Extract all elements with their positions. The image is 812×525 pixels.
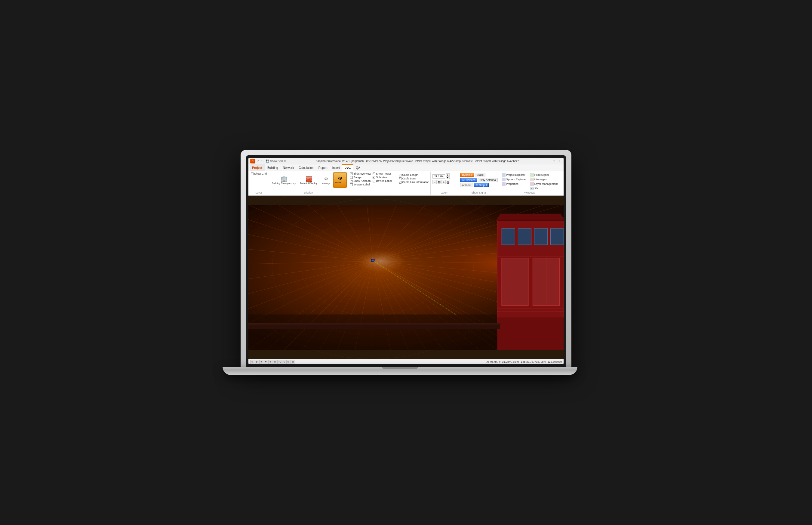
status-bar-icons: ▭ ▷ ↺ ↻ ⊕ ⊞ 🔍 🔍 ⊟ ◎	[250, 360, 295, 364]
status-icon-1[interactable]: ▭	[250, 360, 254, 364]
status-icon-4[interactable]: ↻	[264, 360, 268, 364]
tab-report[interactable]: Report	[316, 164, 330, 171]
cable-group-label	[399, 194, 429, 194]
properties-label: Properties	[506, 182, 518, 185]
cable-loss-row: Cable Loss	[399, 177, 429, 180]
status-icon-9[interactable]: ⊟	[286, 360, 291, 364]
cable-link-label: Cable Link Information	[402, 181, 429, 184]
messages-icon	[530, 178, 534, 181]
settings-button[interactable]: ⚙ Settings	[320, 172, 332, 188]
show-tile-button[interactable]: 🗺 Show Ti...	[333, 172, 347, 188]
only-antenna-btn[interactable]: Only Antenna	[478, 178, 498, 182]
tab-qa[interactable]: QA	[353, 164, 362, 171]
maximize-button[interactable]: □	[551, 159, 556, 163]
static-signal-btn[interactable]: Static	[475, 173, 485, 177]
canvas-area[interactable]	[248, 196, 564, 359]
cable-loss-label: Cable Loss	[402, 177, 416, 180]
birds-eye-view-row: Birds eye view	[350, 172, 371, 175]
sub-view-row: Sub View	[373, 176, 392, 179]
layer-management-btn[interactable]: Layer Management	[529, 182, 559, 186]
point-signal-btn[interactable]: Point Signal	[529, 173, 559, 177]
range-checkbox[interactable]	[350, 176, 353, 179]
zoom-actual-btn[interactable]: ◎	[446, 180, 450, 184]
app-logo: R	[250, 159, 255, 163]
sub-view-checkbox[interactable]	[373, 176, 375, 179]
properties-btn[interactable]: Properties	[501, 182, 527, 186]
layer-show-grid-row: Show Grid	[251, 172, 267, 175]
point-signal-label: Point Signal	[534, 174, 549, 176]
point-signal-icon	[530, 173, 534, 177]
show-power-row: Show Power	[373, 172, 392, 175]
3d-btn[interactable]: 3D 3D	[529, 186, 559, 191]
show-power-checkbox[interactable]	[373, 172, 375, 175]
status-icon-10[interactable]: ◎	[291, 360, 295, 364]
coordinates-display: X:-40.7m, Y:-31.28m, Z:0m | Lat: 37.7877…	[486, 360, 562, 363]
building-transparency-icon: 🏢	[281, 176, 287, 182]
svg-rect-83	[248, 205, 564, 350]
status-icon-5[interactable]: ⊕	[268, 360, 272, 364]
undo-button[interactable]: ↩	[256, 159, 260, 163]
redo-button[interactable]: ↪	[261, 159, 265, 163]
system-explorer-btn[interactable]: System Explorer	[501, 177, 527, 181]
status-icon-7[interactable]: 🔍	[277, 360, 281, 364]
messages-btn[interactable]: Messages	[529, 177, 559, 181]
zoom-down-button[interactable]: ▼	[446, 176, 450, 179]
birds-eye-checkbox[interactable]	[350, 172, 353, 175]
status-icon-6[interactable]: ⊞	[273, 360, 277, 364]
window-title: Ranplan Professional V6.4.1 (perpetual) …	[289, 160, 546, 163]
display-buttons-row: 🏢 Building Transparency 🧱 Material Displ…	[270, 172, 347, 188]
tab-view[interactable]: View	[342, 164, 354, 171]
show-tile-label: Show Ti...	[335, 181, 345, 184]
cable-length-checkbox[interactable]	[399, 174, 402, 176]
3d-viewport[interactable]	[248, 196, 564, 359]
material-display-button[interactable]: 🧱 Material Display	[298, 172, 319, 188]
at-input-btn[interactable]: At Input	[460, 183, 473, 187]
settings-icon: ⚙	[323, 176, 330, 182]
status-icon-2[interactable]: ▷	[255, 360, 259, 364]
tab-project[interactable]: Project	[250, 164, 265, 171]
status-bar: ▭ ▷ ↺ ↻ ⊕ ⊞ 🔍 🔍 ⊟ ◎ X:-40.7m, Y:-31.28m,…	[248, 359, 564, 364]
system-explorer-icon	[502, 178, 505, 181]
ribbon: Project Building Network Calculation Rep…	[248, 164, 564, 196]
ribbon-tab-bar: Project Building Network Calculation Rep…	[248, 164, 564, 171]
ribbon-group-windows: Project Explorer System Explorer	[500, 171, 560, 195]
all-devices-btn[interactable]: All Devices	[460, 178, 477, 182]
zoom-input[interactable]	[433, 174, 445, 179]
screen-bezel: R ↩ ↪ 💾 Show Grid ⊞ Ranplan Professional…	[246, 155, 566, 367]
layer-management-label: Layer Management	[534, 182, 558, 185]
show-grid-checkbox[interactable]	[251, 172, 253, 175]
building-transparency-button[interactable]: 🏢 Building Transparency	[270, 172, 297, 188]
show-signal-group-label: Show Signal	[460, 191, 498, 194]
device-label-checkbox[interactable]	[373, 180, 375, 182]
system-label-checkbox[interactable]	[350, 183, 353, 186]
tab-network[interactable]: Network	[281, 164, 297, 171]
material-display-label: Material Display	[300, 182, 317, 185]
show-grid-row: Show Grid	[251, 172, 267, 175]
cable-link-checkbox[interactable]	[399, 181, 402, 184]
zoom-up-button[interactable]: ▲	[446, 174, 450, 176]
status-icon-8[interactable]: 🔍	[282, 360, 286, 364]
zoom-fit-btn[interactable]: ⊞	[437, 180, 441, 184]
project-explorer-btn[interactable]: Project Explorer	[501, 173, 527, 177]
save-button[interactable]: 💾	[265, 159, 269, 163]
title-bar: R ↩ ↪ 💾 Show Grid ⊞ Ranplan Professional…	[248, 158, 564, 164]
material-display-icon: 🧱	[306, 176, 312, 182]
tab-building[interactable]: Building	[265, 164, 281, 171]
ribbon-content-view: Show Grid Layer 🏢	[248, 171, 564, 196]
status-icon-3[interactable]: ↺	[259, 360, 263, 364]
minimize-button[interactable]: −	[546, 159, 551, 163]
close-button[interactable]: ×	[557, 159, 562, 163]
zoom-out-btn[interactable]: −	[433, 180, 437, 184]
device-label-label: Device Label	[376, 179, 392, 182]
cable-loss-checkbox[interactable]	[399, 177, 402, 180]
zoom-in-btn[interactable]: +	[441, 180, 446, 184]
device-label-row: Device Label	[373, 179, 392, 182]
dynamic-signal-btn[interactable]: Dynamic	[460, 173, 474, 177]
show-azimuth-checkbox[interactable]	[350, 180, 353, 182]
show-grid-button[interactable]: ⊞	[283, 159, 287, 163]
cable-length-row: Cable Length	[399, 174, 429, 176]
at-output-btn[interactable]: At Output	[474, 183, 489, 187]
show-signal-content: Dynamic Static All Devices Only Antenna …	[460, 172, 498, 191]
tab-insert[interactable]: Insert	[330, 164, 342, 171]
tab-calculation[interactable]: Calculation	[296, 164, 316, 171]
